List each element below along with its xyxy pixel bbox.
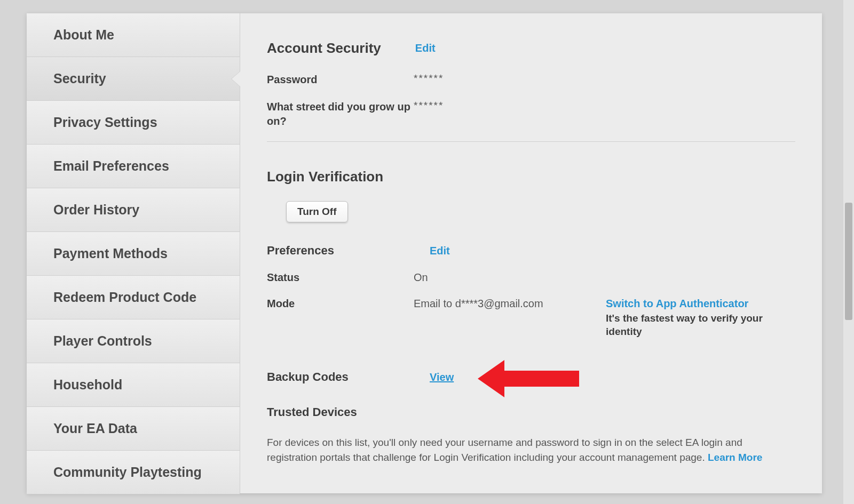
sidebar-item-label: Your EA Data <box>53 421 137 436</box>
sidebar-item-label: Community Playtesting <box>53 465 202 480</box>
trusted-devices-body: For devices on this list, you'll only ne… <box>267 437 742 463</box>
turn-off-button[interactable]: Turn Off <box>286 201 348 222</box>
sidebar-item-label: Redeem Product Code <box>53 290 196 305</box>
sidebar-item-community-playtesting[interactable]: Community Playtesting <box>27 451 240 494</box>
sidebar-item-label: Privacy Settings <box>53 115 157 130</box>
sidebar-item-label: Security <box>53 71 106 86</box>
status-value: On <box>414 271 606 284</box>
backup-codes-title: Backup Codes <box>267 370 430 384</box>
switch-authenticator-subtext: It's the fastest way to verify your iden… <box>606 313 763 337</box>
sidebar-item-security[interactable]: Security <box>27 57 240 101</box>
sidebar-item-player-controls[interactable]: Player Controls <box>27 319 240 363</box>
sidebar-item-redeem-product-code[interactable]: Redeem Product Code <box>27 276 240 319</box>
sidebar-item-label: About Me <box>53 27 114 43</box>
learn-more-link[interactable]: Learn More <box>708 452 762 463</box>
security-question-value: ****** <box>414 100 444 111</box>
sidebar-item-label: Email Preferences <box>53 158 169 174</box>
backup-codes-view-link[interactable]: View <box>430 371 454 383</box>
account-security-edit-link[interactable]: Edit <box>415 42 436 54</box>
settings-window: About Me Security Privacy Settings Email… <box>27 13 822 493</box>
trusted-devices-text: For devices on this list, you'll only ne… <box>267 435 795 465</box>
trusted-devices-title: Trusted Devices <box>267 405 795 419</box>
preferences-edit-link[interactable]: Edit <box>430 245 450 257</box>
sidebar-item-order-history[interactable]: Order History <box>27 188 240 232</box>
scrollbar-track[interactable] <box>843 0 854 504</box>
sidebar-item-label: Order History <box>53 202 139 218</box>
sidebar-item-label: Player Controls <box>53 333 152 349</box>
sidebar-item-label: Payment Methods <box>53 246 168 261</box>
scrollbar-thumb[interactable] <box>845 203 852 320</box>
sidebar-item-privacy-settings[interactable]: Privacy Settings <box>27 101 240 145</box>
login-verification-title: Login Verification <box>267 169 795 185</box>
mode-label: Mode <box>267 298 414 310</box>
security-question-label: What street did you grow up on? <box>267 100 414 129</box>
sidebar-item-about-me[interactable]: About Me <box>27 13 240 57</box>
preferences-title: Preferences <box>267 244 430 258</box>
sidebar-item-label: Household <box>53 377 122 393</box>
sidebar-item-household[interactable]: Household <box>27 363 240 407</box>
sidebar: About Me Security Privacy Settings Email… <box>27 13 240 493</box>
content-panel: Account Security Edit Password ****** Wh… <box>240 13 822 493</box>
password-value: ****** <box>414 73 444 84</box>
switch-authenticator-link[interactable]: Switch to App Authenticator <box>606 298 795 310</box>
account-security-title: Account Security <box>267 40 381 57</box>
section-divider <box>267 141 795 142</box>
mode-value: Email to d****3@gmail.com <box>414 298 606 310</box>
sidebar-item-email-preferences[interactable]: Email Preferences <box>27 145 240 188</box>
sidebar-item-payment-methods[interactable]: Payment Methods <box>27 232 240 276</box>
sidebar-item-your-ea-data[interactable]: Your EA Data <box>27 407 240 451</box>
password-label: Password <box>267 73 414 87</box>
status-label: Status <box>267 271 414 284</box>
